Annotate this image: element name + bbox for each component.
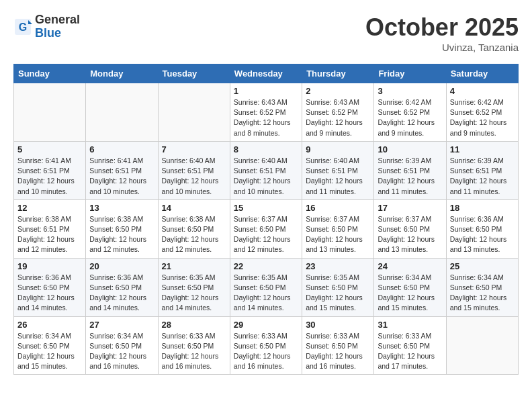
calendar-week-row: 19Sunrise: 6:36 AM Sunset: 6:50 PM Dayli… xyxy=(14,258,519,316)
day-info: Sunrise: 6:34 AM Sunset: 6:50 PM Dayligh… xyxy=(89,331,154,372)
day-info: Sunrise: 6:38 AM Sunset: 6:50 PM Dayligh… xyxy=(89,214,154,255)
calendar-week-row: 1Sunrise: 6:43 AM Sunset: 6:52 PM Daylig… xyxy=(14,83,519,142)
day-number: 7 xyxy=(162,144,226,154)
day-info: Sunrise: 6:33 AM Sunset: 6:50 PM Dayligh… xyxy=(306,331,370,372)
calendar-day-cell: 31Sunrise: 6:33 AM Sunset: 6:50 PM Dayli… xyxy=(374,316,446,375)
day-info: Sunrise: 6:37 AM Sunset: 6:50 PM Dayligh… xyxy=(306,214,370,255)
calendar-day-cell: 15Sunrise: 6:37 AM Sunset: 6:50 PM Dayli… xyxy=(230,199,302,258)
calendar-day-cell: 6Sunrise: 6:41 AM Sunset: 6:51 PM Daylig… xyxy=(86,141,158,199)
day-number: 15 xyxy=(234,203,298,213)
calendar-day-cell: 8Sunrise: 6:40 AM Sunset: 6:51 PM Daylig… xyxy=(230,141,302,199)
day-info: Sunrise: 6:42 AM Sunset: 6:52 PM Dayligh… xyxy=(378,97,442,138)
calendar-day-cell: 18Sunrise: 6:36 AM Sunset: 6:50 PM Dayli… xyxy=(446,199,518,258)
calendar-day-cell: 26Sunrise: 6:34 AM Sunset: 6:50 PM Dayli… xyxy=(14,316,86,375)
day-number: 26 xyxy=(17,320,82,330)
day-number: 30 xyxy=(306,320,370,330)
weekday-header: Monday xyxy=(86,64,158,83)
day-info: Sunrise: 6:38 AM Sunset: 6:50 PM Dayligh… xyxy=(162,214,226,255)
title-block: October 2025 Uvinza, Tanzania xyxy=(365,13,519,53)
calendar-day-cell: 28Sunrise: 6:33 AM Sunset: 6:50 PM Dayli… xyxy=(158,316,230,375)
day-number: 1 xyxy=(234,86,298,96)
calendar-day-cell: 21Sunrise: 6:35 AM Sunset: 6:50 PM Dayli… xyxy=(158,258,230,316)
day-number: 20 xyxy=(89,261,154,271)
day-info: Sunrise: 6:41 AM Sunset: 6:51 PM Dayligh… xyxy=(89,156,154,197)
day-number: 5 xyxy=(17,144,82,154)
logo-general: General xyxy=(35,13,80,26)
day-info: Sunrise: 6:39 AM Sunset: 6:51 PM Dayligh… xyxy=(378,156,442,197)
day-number: 25 xyxy=(450,261,515,271)
calendar-day-cell: 3Sunrise: 6:42 AM Sunset: 6:52 PM Daylig… xyxy=(374,83,446,142)
day-info: Sunrise: 6:37 AM Sunset: 6:50 PM Dayligh… xyxy=(378,214,442,255)
day-info: Sunrise: 6:41 AM Sunset: 6:51 PM Dayligh… xyxy=(17,156,82,197)
day-number: 4 xyxy=(450,86,515,96)
calendar-day-cell: 1Sunrise: 6:43 AM Sunset: 6:52 PM Daylig… xyxy=(230,83,302,142)
day-info: Sunrise: 6:35 AM Sunset: 6:50 PM Dayligh… xyxy=(162,273,226,314)
calendar-day-cell: 10Sunrise: 6:39 AM Sunset: 6:51 PM Dayli… xyxy=(374,141,446,199)
logo: G General Blue xyxy=(13,13,80,40)
calendar-week-row: 12Sunrise: 6:38 AM Sunset: 6:51 PM Dayli… xyxy=(14,199,519,258)
day-info: Sunrise: 6:33 AM Sunset: 6:50 PM Dayligh… xyxy=(234,331,298,372)
day-number: 23 xyxy=(306,261,370,271)
day-info: Sunrise: 6:43 AM Sunset: 6:52 PM Dayligh… xyxy=(306,97,370,138)
day-info: Sunrise: 6:33 AM Sunset: 6:50 PM Dayligh… xyxy=(378,331,442,372)
day-number: 28 xyxy=(162,320,226,330)
month-title: October 2025 xyxy=(365,13,519,42)
day-number: 3 xyxy=(378,86,442,96)
day-info: Sunrise: 6:37 AM Sunset: 6:50 PM Dayligh… xyxy=(234,214,298,255)
calendar-header-row: SundayMondayTuesdayWednesdayThursdayFrid… xyxy=(14,64,519,83)
logo-blue: Blue xyxy=(35,26,61,40)
day-info: Sunrise: 6:34 AM Sunset: 6:50 PM Dayligh… xyxy=(17,331,82,372)
day-number: 19 xyxy=(17,261,82,271)
calendar-day-cell: 9Sunrise: 6:40 AM Sunset: 6:51 PM Daylig… xyxy=(302,141,374,199)
day-info: Sunrise: 6:36 AM Sunset: 6:50 PM Dayligh… xyxy=(450,214,515,255)
day-info: Sunrise: 6:42 AM Sunset: 6:52 PM Dayligh… xyxy=(450,97,515,138)
page-header: G General Blue October 2025 Uvinza, Tanz… xyxy=(13,13,519,53)
day-info: Sunrise: 6:39 AM Sunset: 6:51 PM Dayligh… xyxy=(450,156,515,197)
location-subtitle: Uvinza, Tanzania xyxy=(365,42,519,53)
day-number: 2 xyxy=(306,86,370,96)
day-number: 6 xyxy=(89,144,154,154)
day-info: Sunrise: 6:43 AM Sunset: 6:52 PM Dayligh… xyxy=(234,97,298,138)
calendar-day-cell xyxy=(158,83,230,142)
calendar-week-row: 26Sunrise: 6:34 AM Sunset: 6:50 PM Dayli… xyxy=(14,316,519,375)
day-info: Sunrise: 6:35 AM Sunset: 6:50 PM Dayligh… xyxy=(306,273,370,314)
calendar-day-cell: 25Sunrise: 6:34 AM Sunset: 6:50 PM Dayli… xyxy=(446,258,518,316)
day-number: 14 xyxy=(162,203,226,213)
day-info: Sunrise: 6:33 AM Sunset: 6:50 PM Dayligh… xyxy=(162,331,226,372)
day-info: Sunrise: 6:38 AM Sunset: 6:51 PM Dayligh… xyxy=(17,214,82,255)
calendar-day-cell xyxy=(446,316,518,375)
day-number: 12 xyxy=(17,203,82,213)
calendar-day-cell: 19Sunrise: 6:36 AM Sunset: 6:50 PM Dayli… xyxy=(14,258,86,316)
calendar-day-cell: 23Sunrise: 6:35 AM Sunset: 6:50 PM Dayli… xyxy=(302,258,374,316)
calendar-day-cell xyxy=(14,83,86,142)
calendar-day-cell: 27Sunrise: 6:34 AM Sunset: 6:50 PM Dayli… xyxy=(86,316,158,375)
calendar-day-cell: 22Sunrise: 6:35 AM Sunset: 6:50 PM Dayli… xyxy=(230,258,302,316)
calendar-day-cell: 20Sunrise: 6:36 AM Sunset: 6:50 PM Dayli… xyxy=(86,258,158,316)
calendar-day-cell: 17Sunrise: 6:37 AM Sunset: 6:50 PM Dayli… xyxy=(374,199,446,258)
weekday-header: Thursday xyxy=(302,64,374,83)
calendar-day-cell xyxy=(86,83,158,142)
day-number: 10 xyxy=(378,144,442,154)
day-number: 13 xyxy=(89,203,154,213)
day-number: 9 xyxy=(306,144,370,154)
day-info: Sunrise: 6:36 AM Sunset: 6:50 PM Dayligh… xyxy=(89,273,154,314)
day-info: Sunrise: 6:40 AM Sunset: 6:51 PM Dayligh… xyxy=(306,156,370,197)
day-number: 16 xyxy=(306,203,370,213)
calendar-day-cell: 29Sunrise: 6:33 AM Sunset: 6:50 PM Dayli… xyxy=(230,316,302,375)
calendar-day-cell: 16Sunrise: 6:37 AM Sunset: 6:50 PM Dayli… xyxy=(302,199,374,258)
calendar-table: SundayMondayTuesdayWednesdayThursdayFrid… xyxy=(13,64,519,375)
day-info: Sunrise: 6:34 AM Sunset: 6:50 PM Dayligh… xyxy=(378,273,442,314)
calendar-week-row: 5Sunrise: 6:41 AM Sunset: 6:51 PM Daylig… xyxy=(14,141,519,199)
logo-icon: G xyxy=(13,17,32,36)
weekday-header: Wednesday xyxy=(230,64,302,83)
weekday-header: Friday xyxy=(374,64,446,83)
day-number: 31 xyxy=(378,320,442,330)
calendar-day-cell: 12Sunrise: 6:38 AM Sunset: 6:51 PM Dayli… xyxy=(14,199,86,258)
day-number: 8 xyxy=(234,144,298,154)
calendar-day-cell: 4Sunrise: 6:42 AM Sunset: 6:52 PM Daylig… xyxy=(446,83,518,142)
day-info: Sunrise: 6:35 AM Sunset: 6:50 PM Dayligh… xyxy=(234,273,298,314)
weekday-header: Saturday xyxy=(446,64,518,83)
day-info: Sunrise: 6:34 AM Sunset: 6:50 PM Dayligh… xyxy=(450,273,515,314)
calendar-body: 1Sunrise: 6:43 AM Sunset: 6:52 PM Daylig… xyxy=(14,83,519,375)
day-number: 22 xyxy=(234,261,298,271)
